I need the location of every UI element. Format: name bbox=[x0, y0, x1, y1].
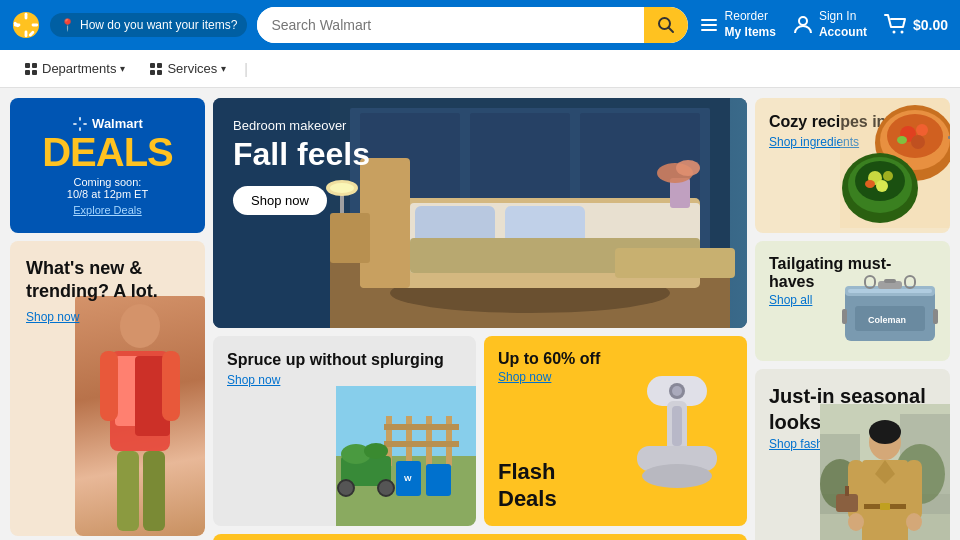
svg-rect-108 bbox=[842, 309, 847, 324]
svg-rect-34 bbox=[100, 351, 118, 421]
spruce-card: Spruce up without splurging Shop now bbox=[213, 336, 476, 526]
search-bar bbox=[257, 7, 687, 43]
svg-text:Coleman: Coleman bbox=[868, 315, 906, 325]
svg-rect-1 bbox=[25, 13, 28, 20]
svg-point-15 bbox=[892, 31, 895, 34]
account-label: Account bbox=[819, 25, 867, 41]
account-link[interactable]: Sign In Account bbox=[792, 9, 867, 40]
svg-point-81 bbox=[672, 386, 682, 396]
delivery-method-label: How do you want your items? bbox=[80, 18, 237, 32]
svg-point-90 bbox=[897, 136, 907, 144]
svg-point-96 bbox=[883, 171, 893, 181]
svg-point-59 bbox=[676, 160, 700, 176]
services-chevron: ▾ bbox=[221, 63, 226, 74]
cozy-recipes-card: Cozy recipes in a tap Shop ingredients bbox=[755, 98, 950, 233]
svg-rect-12 bbox=[701, 24, 717, 26]
cart[interactable]: $0.00 bbox=[883, 12, 948, 38]
flash-label: Flash bbox=[498, 459, 555, 484]
svg-rect-19 bbox=[25, 70, 30, 75]
svg-rect-36 bbox=[117, 451, 139, 531]
svg-rect-67 bbox=[384, 441, 459, 447]
my-items-label: My Items bbox=[725, 25, 776, 41]
fall-subtitle: Bedroom makeover bbox=[233, 118, 370, 133]
svg-point-14 bbox=[799, 17, 807, 25]
coming-soon-label: Coming soon: bbox=[74, 176, 142, 188]
svg-point-75 bbox=[364, 443, 388, 459]
middle-column: Bedroom makeover Fall feels Shop now Spr… bbox=[213, 98, 747, 540]
trending-title: What's new & trending? A lot. bbox=[26, 257, 189, 304]
svg-rect-20 bbox=[32, 70, 37, 75]
svg-rect-52 bbox=[615, 248, 735, 278]
trending-card: What's new & trending? A lot. Shop now bbox=[10, 241, 205, 536]
svg-rect-37 bbox=[143, 451, 165, 531]
svg-rect-35 bbox=[162, 351, 180, 421]
services-label: Services bbox=[167, 61, 217, 76]
food-image bbox=[840, 98, 950, 228]
food-svg bbox=[840, 98, 950, 228]
left-column: Walmart DEALS Coming soon: 10/8 at 12pm … bbox=[10, 98, 205, 540]
svg-rect-82 bbox=[672, 406, 682, 446]
explore-deals-link[interactable]: Explore Deals bbox=[73, 204, 141, 216]
search-button[interactable] bbox=[644, 7, 688, 43]
svg-point-79 bbox=[642, 464, 712, 488]
svg-text:W: W bbox=[404, 474, 412, 483]
departments-label: Departments bbox=[42, 61, 116, 76]
cooler-svg: Coleman bbox=[840, 271, 940, 351]
deals-big-label: DEALS bbox=[42, 132, 173, 172]
svg-point-117 bbox=[869, 420, 901, 444]
vacuum-image bbox=[617, 356, 737, 496]
search-input[interactable] bbox=[257, 7, 643, 43]
svg-rect-126 bbox=[906, 460, 922, 520]
svg-rect-17 bbox=[25, 63, 30, 68]
trending-person-image bbox=[75, 296, 205, 536]
header-actions: Reorder My Items Sign In Account $0.00 bbox=[698, 9, 948, 40]
svg-point-70 bbox=[378, 480, 394, 496]
svg-rect-26 bbox=[79, 117, 81, 121]
svg-rect-11 bbox=[701, 19, 717, 21]
svg-point-97 bbox=[876, 180, 888, 192]
svg-rect-53 bbox=[330, 213, 370, 263]
svg-rect-21 bbox=[150, 63, 155, 68]
tailgating-card: Tailgating must-haves Shop all bbox=[755, 241, 950, 361]
main-content: Walmart DEALS Coming soon: 10/8 at 12pm … bbox=[0, 88, 960, 540]
svg-point-127 bbox=[848, 513, 864, 531]
svg-rect-103 bbox=[884, 279, 896, 283]
deals-date: 10/8 at 12pm ET bbox=[67, 188, 148, 200]
trending-shop-link[interactable]: Shop now bbox=[26, 310, 189, 324]
spark-icon bbox=[12, 11, 40, 39]
walmart-logo[interactable] bbox=[12, 11, 40, 39]
svg-rect-101 bbox=[848, 289, 932, 293]
services-nav[interactable]: Services ▾ bbox=[139, 55, 236, 82]
svg-rect-28 bbox=[73, 123, 77, 125]
svg-rect-91 bbox=[948, 136, 950, 139]
reorder-link[interactable]: Reorder My Items bbox=[698, 9, 776, 40]
svg-point-89 bbox=[911, 135, 925, 149]
delivery-method-selector[interactable]: 📍 How do you want your items? bbox=[50, 13, 247, 37]
search-icon bbox=[657, 16, 675, 34]
spruce-shop-link[interactable]: Shop now bbox=[227, 373, 280, 387]
cooler-image: Coleman bbox=[840, 271, 940, 351]
spruce-title: Spruce up without splurging bbox=[227, 350, 462, 371]
cart-total: $0.00 bbox=[913, 17, 948, 33]
svg-rect-18 bbox=[32, 63, 37, 68]
mid-bottom-row: Spruce up without splurging Shop now bbox=[213, 336, 747, 526]
vacuum-svg bbox=[617, 356, 737, 496]
tailgate-shop-link[interactable]: Shop all bbox=[769, 293, 812, 307]
seasonal-looks-card: Just-in seasonal looks Shop fashion bbox=[755, 369, 950, 540]
flash-shop-link[interactable]: Shop now bbox=[498, 370, 551, 384]
bedroom-svg bbox=[313, 98, 747, 328]
sign-in-label: Sign In bbox=[819, 9, 867, 25]
svg-point-69 bbox=[338, 480, 354, 496]
fall-title: Fall feels bbox=[233, 137, 370, 172]
svg-rect-72 bbox=[426, 464, 451, 496]
navbar: Departments ▾ Services ▾ | bbox=[0, 50, 960, 88]
svg-rect-29 bbox=[83, 123, 87, 125]
reorder-label: Reorder bbox=[725, 9, 776, 25]
right-column: Cozy recipes in a tap Shop ingredients bbox=[755, 98, 950, 540]
svg-rect-109 bbox=[933, 309, 938, 324]
location-icon: 📍 bbox=[60, 18, 75, 32]
departments-nav[interactable]: Departments ▾ bbox=[14, 55, 135, 82]
svg-rect-22 bbox=[157, 63, 162, 68]
fall-shop-button[interactable]: Shop now bbox=[233, 186, 327, 215]
svg-rect-130 bbox=[845, 486, 849, 496]
